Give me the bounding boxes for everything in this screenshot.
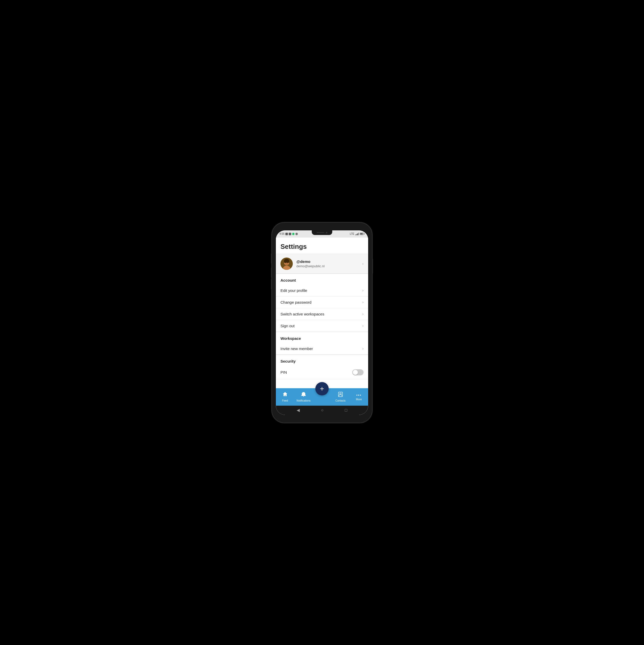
sign-out-chevron: › <box>362 324 363 328</box>
profile-username: @demo <box>296 259 362 264</box>
back-button[interactable]: ◀ <box>297 408 300 413</box>
notifications-icon <box>301 392 306 399</box>
status-app-icons: ⚙ ⚙ A ⊘ <box>285 233 298 235</box>
account-section-title: Account <box>281 278 296 282</box>
svg-point-5 <box>287 262 288 263</box>
page-header: Settings <box>276 238 368 254</box>
svg-point-4 <box>285 262 286 263</box>
profile-row[interactable]: @demo demo@wepublic.nl › <box>276 254 368 274</box>
signal-icon <box>355 233 359 235</box>
pin-toggle-row: PIN <box>276 366 368 379</box>
avatar <box>281 257 293 270</box>
sign-out-label: Sign out <box>281 324 295 328</box>
svg-rect-3 <box>284 261 289 263</box>
profile-chevron: › <box>362 262 363 266</box>
status-right: LTE <box>350 232 364 235</box>
settings-icon: ⚙ <box>289 233 291 235</box>
nav-more[interactable]: ••• More <box>350 388 368 406</box>
switch-workspaces-label: Switch active workspaces <box>281 312 324 316</box>
status-time: 4:55 ⚙ ⚙ A ⊘ <box>280 232 298 235</box>
more-label: More <box>356 398 362 401</box>
edit-profile-item[interactable]: Edit your profile › <box>276 285 368 296</box>
camera <box>326 232 327 233</box>
camera-notch <box>312 230 332 235</box>
more-icon: ••• <box>356 393 362 397</box>
account-section-header: Account <box>276 274 368 285</box>
content-area: Settings <box>276 238 368 388</box>
android-icon: A <box>292 233 295 235</box>
profile-email: demo@wepublic.nl <box>296 264 362 268</box>
status-bar: 4:55 ⚙ ⚙ A ⊘ LTE <box>276 230 368 238</box>
change-password-item[interactable]: Change password › <box>276 296 368 308</box>
nav-fab-spacer: + <box>313 388 331 406</box>
edit-profile-label: Edit your profile <box>281 288 307 293</box>
phone-screen: 4:55 ⚙ ⚙ A ⊘ LTE <box>276 230 368 415</box>
profile-info: @demo demo@wepublic.nl <box>296 259 362 268</box>
battery-icon <box>360 233 364 235</box>
pin-label: PIN <box>281 370 287 374</box>
network-label: LTE <box>350 232 354 235</box>
home-button[interactable]: ○ <box>321 408 324 413</box>
bottom-navigation: Feed Notifications + <box>276 388 368 406</box>
switch-workspaces-chevron: › <box>362 312 363 316</box>
gear-icon: ⚙ <box>285 233 288 235</box>
speaker <box>317 232 324 233</box>
pin-toggle[interactable] <box>352 369 363 376</box>
sign-out-item[interactable]: Sign out › <box>276 320 368 332</box>
nav-notifications[interactable]: Notifications <box>294 388 313 406</box>
circle-icon: ⊘ <box>295 233 298 235</box>
change-password-chevron: › <box>362 300 363 304</box>
switch-workspaces-item[interactable]: Switch active workspaces › <box>276 308 368 320</box>
invite-member-label: Invite new member <box>281 347 313 351</box>
page-title: Settings <box>281 243 363 251</box>
feed-label: Feed <box>282 399 288 402</box>
invite-member-chevron: › <box>362 347 363 351</box>
contacts-label: Contacts <box>335 399 345 402</box>
svg-point-6 <box>285 263 288 265</box>
fab-add-button[interactable]: + <box>315 382 329 395</box>
notifications-label: Notifications <box>297 399 310 402</box>
recent-button[interactable]: □ <box>345 408 347 413</box>
contacts-icon <box>338 392 343 399</box>
invite-member-item[interactable]: Invite new member › <box>276 343 368 355</box>
nav-contacts[interactable]: Contacts <box>331 388 350 406</box>
edit-profile-chevron: › <box>362 288 363 292</box>
fab-plus-icon: + <box>320 385 324 392</box>
security-section-title: Security <box>281 359 296 363</box>
feed-icon <box>282 392 288 399</box>
android-nav-bar: ◀ ○ □ <box>276 406 368 415</box>
workspace-section-title: Workspace <box>281 336 301 341</box>
svg-point-9 <box>340 393 341 395</box>
security-section-header: Security <box>276 355 368 366</box>
nav-feed[interactable]: Feed <box>276 388 294 406</box>
workspace-section-header: Workspace <box>276 332 368 343</box>
phone-device: 4:55 ⚙ ⚙ A ⊘ LTE <box>272 223 372 423</box>
change-password-label: Change password <box>281 300 312 304</box>
